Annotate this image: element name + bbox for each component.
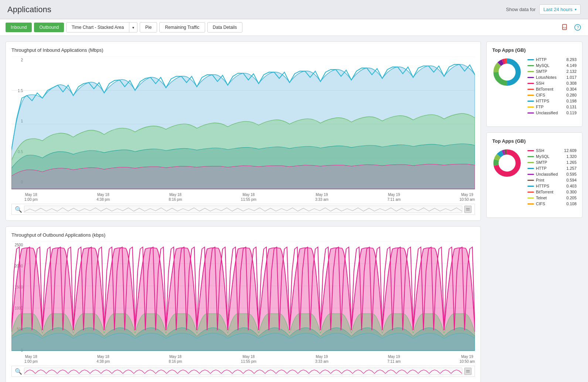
http-color	[527, 59, 534, 60]
remaining-traffic-button[interactable]: Remaining Traffic	[159, 22, 205, 33]
inbound-chart-svg	[11, 57, 475, 192]
main-content: Throughput of Inbound Applications (Mbps…	[0, 36, 588, 382]
svg-point-32	[499, 155, 515, 171]
lotusnotes-color	[527, 77, 534, 78]
bittorrent-color	[527, 89, 534, 90]
pdf-icon[interactable]: PDF	[560, 23, 570, 32]
inbound-legend-item-mysql: MySQL 4.149	[527, 63, 577, 68]
inbound-legend-item-https: HTTPS 0.198	[527, 99, 577, 103]
svg-rect-10	[466, 210, 470, 210]
outbound-chart-svg	[11, 241, 475, 352]
outbound-legend-title: Top Apps (GB)	[492, 138, 577, 144]
outbound-button[interactable]: Outbound	[34, 23, 64, 32]
outbound-chart-footer: 🔍	[11, 366, 475, 377]
chart-type-button[interactable]: Time Chart - Stacked Area	[67, 23, 129, 32]
outbound-donut-row: SSH 12.609 MySQL 1.320	[492, 148, 577, 207]
ssh-color	[527, 83, 534, 84]
inbound-legend-item-ssh: SSH 0.308	[527, 81, 577, 85]
toolbar: Inbound Outbound Time Chart - Stacked Ar…	[0, 19, 588, 36]
outbound-scroll-handle[interactable]	[464, 368, 472, 375]
svg-text:?: ?	[577, 25, 579, 30]
svg-rect-9	[466, 208, 470, 209]
chart-type-arrow[interactable]: ▾	[129, 23, 137, 32]
page-title: Applications	[7, 5, 51, 14]
inbound-legend-item-bittorrent: BitTorrent 0.304	[527, 87, 577, 91]
chart-type-group: Time Chart - Stacked Area ▾	[66, 22, 137, 33]
inbound-legend-item-cifs: CIFS 0.280	[527, 93, 577, 97]
inbound-legend-item-unclassified: Unclassified 0.119	[527, 111, 577, 115]
chevron-down-icon: ▾	[575, 7, 577, 11]
header: Applications Show data for Last 24 hours…	[0, 0, 588, 19]
outbound-legend-item-smtp: SMTP 1.265	[527, 160, 577, 165]
inbound-zoom-icon[interactable]: 🔍	[15, 206, 22, 213]
outbound-legend-item-https: HTTPS 0.403	[527, 184, 577, 188]
svg-point-25	[499, 64, 515, 80]
show-data-label: Show data for	[506, 7, 536, 12]
inbound-scroll-handle[interactable]	[464, 206, 472, 213]
pie-button[interactable]: Pie	[140, 22, 157, 33]
outbound-legend-item-ssh: SSH 12.609	[527, 148, 577, 153]
charts-column: Throughput of Inbound Applications (Mbps…	[6, 41, 481, 382]
outbound-donut	[492, 148, 522, 178]
inbound-legend-item-ftp: FTP 0.131	[527, 105, 577, 109]
outbound-legend-item-cifs: CIFS 0.108	[527, 202, 577, 206]
outbound-zoom-icon[interactable]: 🔍	[15, 368, 22, 375]
inbound-chart-section: Throughput of Inbound Applications (Mbps…	[6, 41, 481, 221]
inbound-chart-footer: 🔍	[11, 204, 475, 215]
inbound-chart-title: Throughput of Inbound Applications (Mbps…	[11, 47, 475, 53]
inbound-legend-items: HTTP 8.293 MySQL 4.149	[527, 57, 577, 116]
mysql-color	[527, 65, 534, 66]
inbound-legend-section: Top Apps (GB)	[486, 41, 582, 127]
inbound-donut-row: HTTP 8.293 MySQL 4.149	[492, 57, 577, 116]
outbound-legend-item-mysql: MySQL 1.320	[527, 154, 577, 159]
inbound-scroll-track[interactable]	[24, 206, 462, 213]
time-range-value: Last 24 hours	[543, 7, 572, 12]
unclassified-color	[527, 112, 534, 114]
header-right: Show data for Last 24 hours ▾	[506, 4, 581, 14]
smtp-color	[527, 71, 534, 72]
legends-column: Top Apps (GB)	[486, 41, 582, 382]
ftp-color	[527, 107, 534, 108]
outbound-legend-item-unclassified: Unclassified 0.595	[527, 172, 577, 176]
svg-text:PDF: PDF	[563, 27, 567, 29]
time-range-dropdown[interactable]: Last 24 hours ▾	[539, 4, 581, 14]
outbound-chart-section: Throughput of Outbound Applications (kbp…	[6, 226, 481, 382]
inbound-legend-title: Top Apps (GB)	[492, 47, 577, 53]
cifs-color	[527, 95, 534, 96]
inbound-x-axis: May 181:00 pm May 184:38 pm May 188:16 p…	[11, 192, 475, 202]
inbound-button[interactable]: Inbound	[6, 23, 32, 32]
inbound-chart-area	[11, 57, 475, 192]
outbound-scroll-track[interactable]	[24, 368, 462, 375]
data-details-button[interactable]: Data Details	[207, 22, 242, 33]
outbound-legend-item-print: Print 0.594	[527, 178, 577, 182]
outbound-legend-section: Top Apps (GB)	[486, 132, 582, 218]
svg-rect-17	[466, 370, 470, 371]
https-color	[527, 101, 534, 102]
inbound-legend-item-http: HTTP 8.293	[527, 57, 577, 62]
inbound-legend-item-lotusnotes: LotusNotes 1.017	[527, 75, 577, 80]
outbound-x-axis: May 181:00 pm May 184:38 pm May 188:16 p…	[11, 354, 475, 364]
outbound-legend-items: SSH 12.609 MySQL 1.320	[527, 148, 577, 207]
help-icon[interactable]: ?	[573, 23, 582, 32]
outbound-chart-area	[11, 241, 475, 354]
outbound-legend-item-bittorrent: BitTorrent 0.300	[527, 190, 577, 194]
outbound-legend-item-http: HTTP 1.257	[527, 166, 577, 170]
toolbar-icons: PDF ?	[560, 23, 582, 32]
outbound-legend-item-telnet: Telnet 0.205	[527, 196, 577, 200]
inbound-legend-item-smtp: SMTP 2.132	[527, 69, 577, 74]
inbound-donut	[492, 57, 522, 87]
outbound-chart-title: Throughput of Outbound Applications (kbp…	[11, 232, 475, 238]
svg-rect-18	[466, 372, 470, 372]
